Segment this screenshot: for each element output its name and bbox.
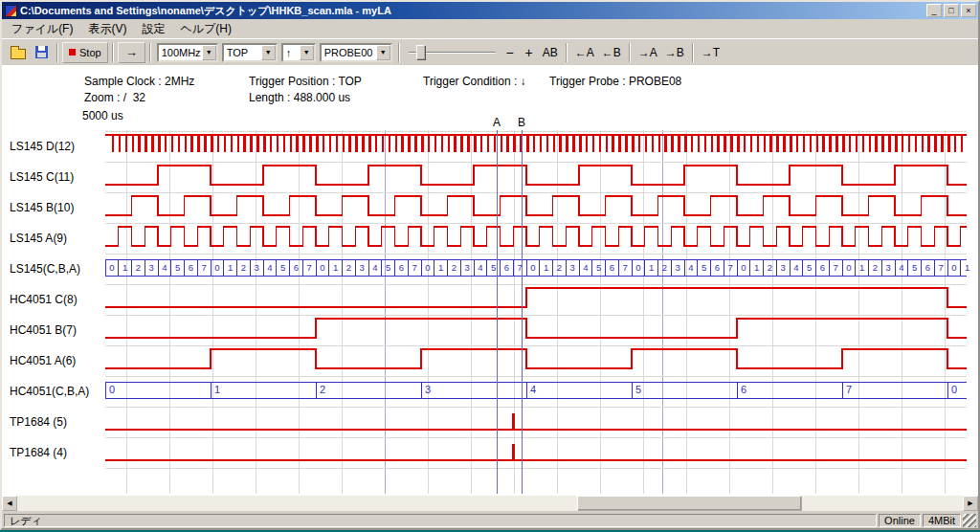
menu-settings[interactable]: 設定 — [134, 19, 172, 39]
waveform-pulse — [368, 135, 371, 152]
goto-marker-a-right-button[interactable]: →A — [635, 43, 661, 62]
waveform-pulse — [645, 135, 648, 152]
menu-file[interactable]: ファイル(F) — [4, 19, 80, 39]
horizontal-scrollbar[interactable]: ◀ ▶ — [2, 496, 978, 511]
menubar: ファイル(F) 表示(V) 設定 ヘルプ(H) — [2, 19, 978, 38]
trigger-position-select[interactable]: TOP ▼ — [222, 43, 278, 62]
waveform-pulse — [717, 135, 720, 152]
waveform-pulse — [171, 135, 174, 152]
waveform-pulse — [618, 135, 621, 152]
goto-trigger-button[interactable]: →T — [698, 43, 724, 62]
waveform-pulse — [606, 135, 609, 152]
channel-label: HC4051 C(8) — [10, 293, 78, 306]
waveform-pulse — [460, 135, 463, 152]
waveform-pulse — [902, 135, 904, 152]
trigger-edge-value: ↑ — [283, 47, 300, 58]
sample-clock-text: Sample Clock : 2MHz — [84, 75, 194, 88]
waveform-svg[interactable]: LS145 D(12)LS145 C(11)LS145 B(10)LS145 A… — [2, 111, 974, 498]
waveform-pulse — [408, 135, 411, 152]
waveform-pulse — [856, 135, 858, 152]
bus-value: 3 — [675, 262, 679, 273]
waveform-pulse — [355, 135, 358, 152]
bus-value: 0 — [214, 262, 219, 273]
toolbar-separator — [56, 43, 58, 62]
resize-grip[interactable] — [963, 514, 976, 527]
sample-rate-select[interactable]: 100MHz ▼ — [157, 43, 218, 62]
waveform-pulse — [237, 135, 240, 152]
trigger-position-value: TOP — [224, 47, 261, 58]
save-button[interactable] — [30, 42, 53, 63]
channel-label: LS145 D(12) — [10, 140, 75, 153]
open-button[interactable] — [7, 42, 30, 63]
waveform-pulse — [178, 135, 181, 152]
waveform-pulse — [290, 135, 293, 152]
bus-value: 6 — [925, 262, 930, 273]
zoom-out-button[interactable]: − — [501, 43, 520, 62]
waveform-pulse — [592, 135, 595, 152]
zoom-slider[interactable] — [407, 43, 498, 62]
waveform-pulse — [401, 135, 404, 152]
waveform-pulse — [428, 135, 431, 152]
bus-value: 4 — [267, 262, 272, 273]
waveform-pulse — [776, 135, 779, 152]
close-button[interactable]: × — [961, 4, 976, 17]
trigger-edge-select[interactable]: ↑ ▼ — [281, 43, 316, 62]
waveform-pulse — [270, 135, 273, 152]
waveform-pulse — [434, 135, 437, 152]
bus-value: 7 — [306, 262, 311, 273]
waveform-pulse — [790, 135, 792, 152]
waveform-pulse — [612, 135, 614, 152]
run-button[interactable]: → — [118, 42, 145, 63]
waveform-pulse — [316, 135, 319, 152]
zoom-text: Zoom : / 32 — [84, 91, 145, 104]
bus-value: 0 — [951, 384, 957, 395]
bus-value: 3 — [148, 262, 153, 273]
trigger-probe-select[interactable]: PROBE00 ▼ — [320, 43, 392, 62]
menu-view[interactable]: 表示(V) — [80, 19, 134, 39]
dropdown-arrow-icon: ▼ — [202, 45, 216, 60]
bus-value: 5 — [596, 262, 601, 273]
waveform-pulse — [704, 135, 707, 152]
waveform-pulse — [145, 135, 147, 152]
toolbar-separator — [112, 43, 114, 62]
trigger-condition-text: Trigger Condition : ↓ — [423, 75, 526, 88]
length-text: Length : 488.000 us — [249, 91, 350, 104]
waveform-pulse — [684, 135, 687, 152]
zoom-in-button[interactable]: + — [520, 43, 539, 62]
goto-marker-a-left-button[interactable]: ←A — [571, 43, 598, 62]
waveform-pulse — [375, 135, 378, 152]
trigger-position-text: Trigger Position : TOP — [249, 75, 362, 88]
bus-value: 1 — [214, 384, 220, 395]
menu-help[interactable]: ヘルプ(H) — [172, 19, 239, 39]
waveform-pulse — [750, 135, 753, 152]
waveform-pulse — [309, 135, 312, 152]
waveform-pulse — [112, 135, 115, 152]
minimize-button[interactable]: _ — [926, 4, 942, 17]
waveform-pulse — [934, 135, 937, 152]
stop-button[interactable]: Stop — [62, 42, 108, 63]
waveform-pulse — [546, 135, 549, 152]
channel-label: LS145 A(9) — [10, 232, 67, 245]
stop-icon — [69, 49, 76, 55]
ab-span-button[interactable]: AB — [539, 43, 562, 62]
slider-thumb[interactable] — [416, 45, 425, 59]
waveform-pulse — [480, 135, 483, 152]
marker-label: B — [518, 116, 525, 129]
goto-marker-b-right-button[interactable]: →B — [661, 43, 688, 62]
waveform-pulse — [263, 135, 266, 152]
waveform-pulse — [533, 135, 536, 152]
scroll-left-icon[interactable]: ◀ — [2, 496, 17, 511]
bus-value: 6 — [820, 262, 825, 273]
waveform-pulse — [512, 413, 515, 430]
waveform-pulse — [512, 444, 515, 460]
goto-marker-b-left-button[interactable]: ←B — [598, 43, 625, 62]
waveform-trace — [105, 288, 967, 307]
maximize-button[interactable]: □ — [944, 4, 959, 17]
scroll-right-icon[interactable]: ▶ — [963, 496, 978, 511]
bus-value: 2 — [768, 262, 772, 273]
scroll-track[interactable] — [17, 496, 963, 511]
waveform-pulse — [243, 135, 246, 152]
waveform-pulse — [256, 135, 259, 152]
scroll-thumb[interactable] — [577, 496, 802, 511]
app-window: C:\Documents and Settings\noname\デスクトップ\… — [0, 0, 980, 530]
